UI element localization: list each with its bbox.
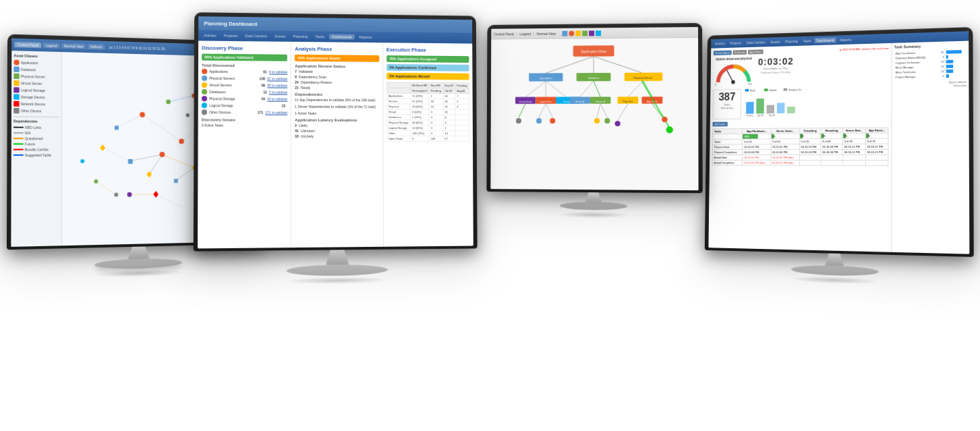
event-buttons[interactable]: Event Status Runbook App News [714,49,763,55]
tasks-remaining-count: 387 [716,92,739,103]
svg-line-6 [156,194,182,208]
app-link[interactable]: 9 to validate [269,70,287,74]
tree-legend-2 [569,30,575,36]
nav-tasks[interactable]: Tasks [312,34,327,39]
tab-refresh[interactable]: Refresh [88,44,105,50]
exec-cell-phystor-1: 40 (81%) [411,120,430,125]
virt-link[interactable]: 58 to validate [267,84,287,88]
col-header-label [386,82,410,88]
task-nav-datacenters[interactable]: Data Centers [745,40,768,46]
db-count: 12 [263,90,267,94]
legend-dep-nbd: NBD Links [13,125,59,130]
svg-point-16 [140,112,145,117]
svg-point-87 [550,118,555,123]
ts-count-6: 6 [938,74,945,78]
task-nav-articles[interactable]: Articles [713,40,727,46]
analysis-validated-label: Validated [299,69,379,74]
phystor-count: 44 [261,97,265,101]
task-body: Event Status Runbook App News ▲ 8/13 10:… [708,41,969,254]
svg-point-99 [731,80,735,84]
task-right-panel: Task Summary App Coordinator 41 [892,41,969,254]
analysis-review-title: Application Review Status [295,64,379,69]
analysis-deprev-label: Dependency Review [301,80,379,85]
analysis-latency-title: Application Latency Evaluations [295,118,379,122]
nav-datacenters[interactable]: Data Centers [242,33,270,38]
nav-assets[interactable]: Assets [272,34,289,39]
nav-articles[interactable]: Articles [201,32,219,38]
svg-rect-106 [784,88,788,91]
stand-neck-4 [825,253,844,266]
nav-reports[interactable]: Reports [357,34,375,40]
runbook-pct-2: 0% [771,134,800,139]
svg-rect-112 [787,107,795,113]
runbook-cell-tasks-label: Tasks [713,139,743,144]
runbook-btn[interactable]: Runbook [732,50,747,55]
task-nav-assets[interactable]: Assets [768,39,782,45]
svg-line-5 [116,115,142,128]
nav-planning[interactable]: Planning [291,34,310,39]
phystor-link[interactable]: 43 to validate [267,97,287,101]
logstor-label: Logical Storage [209,103,279,107]
task-summary-title: Task Summary [894,43,967,49]
nav-dashboards[interactable]: Dashboards [329,34,354,40]
exec-cell-virtual-4 [455,109,469,115]
task-nav-reports[interactable]: Reports [838,37,853,43]
svg-text:Operations: Operations [539,76,552,80]
runbook-cell-ps-2: 04-16-01 PM [771,144,800,150]
runbook-pct-3: 0% [799,134,821,139]
nav-projects[interactable]: Projects [221,33,240,38]
exec-cell-servers-label: Servers [387,98,411,104]
runbook-cell-ac-4 [821,160,842,165]
tab-control-panel[interactable]: Control Panel [14,42,41,48]
svg-line-2 [162,154,194,168]
phys-link[interactable]: 61 to validate [267,77,287,81]
discovery-total-title: Total Discovered [202,63,287,68]
monitor-3-bezel: Control Panel | Legend | Normal View [486,23,702,193]
tab-normal-view[interactable]: Normal View [61,43,86,49]
legend-db-icon [13,67,19,72]
legend-stordev-icon [13,94,19,100]
legend-dep-suggested: Suggested Splits [13,153,59,157]
ts-bar-fill-6 [946,74,949,78]
app-news-btn[interactable]: App News [748,49,763,54]
runbook-cell-ac-6 [865,161,888,166]
monitor-4-screen: Articles Projects Data Centers Assets Pl… [708,31,969,254]
stand-base-2 [287,264,388,277]
exec-cell-app-1: 15 (29%) [410,93,429,98]
event-status-btn[interactable]: Event Status [714,51,732,55]
legend-nbd-line [13,127,24,128]
svg-line-52 [546,57,594,74]
runbook-cell-as-1: 04-16-01 PM [743,155,771,161]
phys-icon [202,76,207,81]
discovery-phase-title: Discovery Phase [202,45,287,52]
svg-text:100: 100 [747,82,751,86]
runbook-pct-6: 0% [865,133,888,138]
legend-item-logstor: Logical Storage [13,87,59,93]
exec-cell-db-3: 6 [443,115,455,120]
exec-cell-opentasks-label: Open Tasks [387,136,411,142]
tree-toolbar-view[interactable]: Normal View [537,31,556,35]
analysis-ready-text: 34% Applications Ready [297,56,340,61]
runbook-col-2: Server down... [771,128,800,134]
exec-row-phystor: Physical Storage 40 (81%) 0 3 [387,120,469,125]
task-nav-dashboards[interactable]: Dashboards [815,37,836,43]
all-tasks-btn[interactable]: All Tasks [712,122,727,127]
svg-point-28 [127,192,132,197]
tree-toolbar-legend[interactable]: Legend [520,32,531,36]
task-nav-tasks[interactable]: Tasks [801,38,813,43]
other-link[interactable]: 171 to validate [265,111,287,115]
runbook-cell-ps-1: 04-16-01 PM [743,144,771,150]
timer-area: 0:03:02 Event Status vs. Plan Runbook St… [758,56,794,75]
task-nav-planning[interactable]: Planning [783,38,800,45]
svg-point-38 [80,159,84,163]
tab-legend[interactable]: Legend [42,42,59,49]
planning-body: Discovery Phase 85% Applications Validat… [198,40,473,248]
tree-toolbar-panel[interactable]: Control Panel [494,32,514,36]
svg-text:Server B: Server B [596,100,605,103]
runbook-buttons-row[interactable]: All Tasks [712,120,888,126]
analysis-deps-title: Dependencies [295,92,379,97]
db-link[interactable]: 5 to validate [269,90,287,94]
svg-line-71 [594,81,600,96]
task-nav-projects[interactable]: Projects [728,40,744,46]
analysis-ready-count: 21 [295,86,299,90]
